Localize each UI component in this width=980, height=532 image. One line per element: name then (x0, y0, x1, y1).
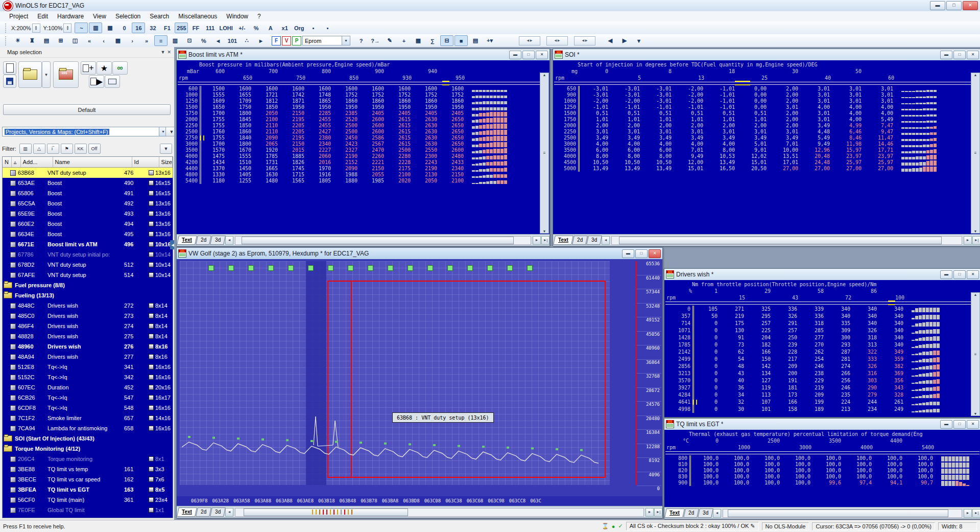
table-cell[interactable]: 2,00 (770, 86, 801, 92)
soi-minimize-button[interactable]: ▬ (940, 51, 952, 59)
ascii-icon[interactable]: A (264, 22, 277, 33)
curve-view-icon[interactable]: ~ (75, 22, 88, 33)
maps-combo[interactable]: Projects, Versions & Maps: (Ctrl+Shift+F… (2, 127, 168, 136)
filter-dropdown[interactable]: ▼ (160, 144, 172, 154)
table-cell[interactable]: 1812 (254, 98, 281, 104)
table-cell[interactable]: 175 (721, 320, 747, 327)
table-cell[interactable]: 2615 (387, 123, 414, 129)
tab-3d[interactable]: 3d (210, 236, 226, 245)
table-cell[interactable]: 43 (721, 370, 747, 377)
table-cell[interactable]: 261 (880, 399, 906, 406)
table-cell[interactable]: 3,01 (865, 92, 896, 98)
table-cell[interactable]: 343 (880, 384, 906, 391)
table-cell[interactable]: 5,01 (738, 141, 770, 147)
table-cell[interactable]: 27,00 (770, 166, 801, 172)
table-cell[interactable]: 246 (827, 384, 853, 391)
table-cell[interactable]: 23,97 (865, 153, 896, 159)
table-cell[interactable]: 1721 (254, 92, 281, 98)
map-list-row[interactable]: 67AFEVNT duty setup51410x14 (3, 270, 173, 280)
table-cell[interactable]: 2405 (414, 110, 440, 117)
table-cell[interactable]: 1,01 (611, 117, 643, 123)
tq-restore-button[interactable]: □ (953, 420, 966, 429)
table-cell[interactable]: 2340 (307, 141, 334, 147)
table-cell[interactable]: 1600 (254, 86, 281, 92)
table-cell[interactable]: 1871 (281, 98, 307, 104)
table-cell[interactable]: 30 (721, 406, 747, 413)
table-cell[interactable]: 3,01 (801, 117, 833, 123)
table-cell[interactable]: 1600 (228, 86, 254, 92)
table-cell[interactable]: 246 (800, 363, 827, 370)
table-cell[interactable]: 1,01 (675, 117, 706, 123)
table-cell[interactable]: 8,00 (611, 153, 643, 159)
tab-text[interactable]: Text (664, 508, 685, 518)
map-list-row[interactable]: 3BFEATQ limit vs EGT1638x5 (3, 484, 173, 495)
table-cell[interactable]: 10,50 (611, 159, 643, 166)
next-version-icon[interactable]: ► (254, 35, 268, 46)
toolbar-grip[interactable] (5, 24, 8, 33)
tab-2d[interactable]: 2d (572, 236, 588, 245)
table-cell[interactable]: 17,01 (770, 159, 801, 166)
table-cell[interactable]: 277 (800, 334, 827, 341)
factor-x1-icon[interactable]: x1 (278, 22, 292, 33)
table-cell[interactable]: 2,00 (643, 123, 675, 129)
new-map-button[interactable] (3, 61, 16, 75)
filter-kk-icon[interactable]: KK (75, 144, 87, 154)
menu-edit[interactable]: Edit (33, 12, 52, 20)
boost-vscrollbar[interactable]: ▲≡▼ (540, 73, 549, 234)
table-cell[interactable]: 356 (880, 377, 906, 384)
table-cell[interactable]: 4,00 (706, 141, 738, 147)
pane-spin-2[interactable]: ◀ ▶ (546, 36, 568, 45)
table-cell[interactable]: 382 (880, 363, 906, 370)
table-cell[interactable]: 1755 (201, 123, 228, 129)
table-cell[interactable]: 4,00 (865, 110, 896, 117)
table-cell[interactable]: 2500 (334, 123, 361, 129)
filter-delta-icon[interactable]: △ (33, 144, 45, 154)
table-cell[interactable]: 2050 (254, 110, 281, 117)
table-cell[interactable]: 0,00 (738, 104, 770, 110)
table-cell[interactable]: -1,01 (706, 104, 738, 110)
table-cell[interactable]: 266 (827, 370, 853, 377)
soi-window-titlebar[interactable]: SOI * ▬□✕ (553, 49, 980, 61)
byte-16-icon[interactable]: 16 (132, 22, 145, 33)
magician-hat-icon[interactable]: ♜ (26, 35, 39, 46)
filter-name-icon[interactable]: ▥ (19, 144, 32, 154)
table-cell[interactable]: 10,00 (770, 147, 801, 153)
table-cell[interactable]: 0,51 (611, 110, 643, 117)
table-cell[interactable]: 1752 (440, 92, 467, 98)
table-cell[interactable]: 2285 (307, 110, 334, 117)
table-cell[interactable]: 2300 (414, 153, 440, 159)
table-cell[interactable]: 2016 (307, 159, 334, 166)
table-cell[interactable]: 256 (827, 377, 853, 384)
table-cell[interactable]: 14,46 (865, 141, 896, 147)
table-cell[interactable]: 2615 (387, 117, 414, 123)
table-cell[interactable]: 1745 (281, 166, 307, 172)
table-cell[interactable]: 2150 (361, 166, 387, 172)
table-cell[interactable]: 4,00 (611, 141, 643, 147)
table-cell[interactable]: 2480 (440, 153, 467, 159)
hscrollbar-thumb[interactable] (242, 237, 514, 244)
table-cell[interactable]: 1475 (201, 153, 228, 159)
table-cell[interactable]: 340 (853, 306, 880, 313)
table-cell[interactable]: 1748 (307, 92, 334, 98)
table-cell[interactable]: 1826 (281, 159, 307, 166)
table-cell[interactable]: 1600 (440, 86, 467, 92)
table-cell[interactable]: 173 (774, 391, 800, 399)
filter-off-icon[interactable]: Off (88, 144, 101, 154)
scroll-end-icon[interactable]: ►| (972, 236, 980, 245)
table-cell[interactable]: 2405 (361, 110, 387, 117)
table-cell[interactable]: 0 (694, 334, 721, 341)
map-list-row[interactable]: 65E9EBoost49313x16 (3, 209, 173, 219)
map-list-row[interactable]: 63B68VNT duty setup47613x16 (3, 168, 173, 178)
table-cell[interactable]: 1860 (334, 98, 361, 104)
pane-spin-3[interactable]: ◀ ▶ (574, 36, 595, 45)
table-cell[interactable]: 281 (827, 356, 853, 363)
table-cell[interactable]: 36 (721, 384, 747, 391)
column-header-Name[interactable]: Name (53, 157, 132, 167)
flag-P[interactable]: P (292, 36, 301, 45)
table-cell[interactable]: 303 (853, 377, 880, 384)
table-cell[interactable]: 1655 (228, 92, 254, 98)
map-list-row[interactable]: 5152CTq<->Iq34216x16 (3, 372, 173, 382)
table-cell[interactable]: 1860 (228, 129, 254, 135)
table-cell[interactable]: 1950 (361, 104, 387, 110)
table-cell[interactable]: 10,50 (643, 159, 675, 166)
